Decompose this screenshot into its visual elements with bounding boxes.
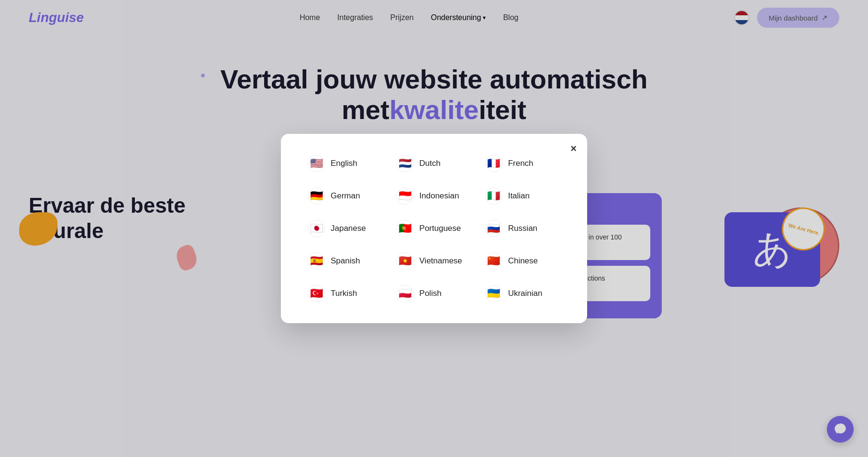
language-item-indonesian[interactable]: 🇮🇩Indonesian bbox=[393, 185, 474, 207]
flag-italian: 🇮🇹 bbox=[485, 187, 502, 205]
flag-english: 🇺🇸 bbox=[308, 155, 325, 172]
language-item-polish[interactable]: 🇵🇱Polish bbox=[393, 283, 474, 304]
language-name-russian: Russian bbox=[508, 224, 537, 233]
flag-chinese: 🇨🇳 bbox=[485, 252, 502, 270]
language-name-ukrainian: Ukrainian bbox=[508, 289, 543, 298]
flag-turkish: 🇹🇷 bbox=[308, 285, 325, 302]
language-item-dutch[interactable]: 🇳🇱Dutch bbox=[393, 153, 474, 174]
language-item-portuguese[interactable]: 🇵🇹Portuguese bbox=[393, 218, 474, 239]
language-item-japanese[interactable]: 🇯🇵Japanese bbox=[305, 218, 386, 239]
language-name-turkish: Turkish bbox=[331, 289, 357, 298]
flag-dutch: 🇳🇱 bbox=[396, 155, 413, 172]
flag-polish: 🇵🇱 bbox=[396, 285, 413, 302]
flag-ukrainian: 🇺🇦 bbox=[485, 285, 502, 302]
language-name-polish: Polish bbox=[419, 289, 441, 298]
flag-portuguese: 🇵🇹 bbox=[396, 220, 413, 237]
modal-close-button[interactable]: × bbox=[570, 142, 577, 155]
flag-russian: 🇷🇺 bbox=[485, 220, 502, 237]
language-item-spanish[interactable]: 🇪🇸Spanish bbox=[305, 250, 386, 272]
language-name-spanish: Spanish bbox=[331, 256, 360, 266]
flag-spanish: 🇪🇸 bbox=[308, 252, 325, 270]
language-item-german[interactable]: 🇩🇪German bbox=[305, 185, 386, 207]
flag-indonesian: 🇮🇩 bbox=[396, 187, 413, 205]
language-item-vietnamese[interactable]: 🇻🇳Vietnamese bbox=[393, 250, 474, 272]
flag-german: 🇩🇪 bbox=[308, 187, 325, 205]
language-selector-modal: × 🇺🇸English🇳🇱Dutch🇫🇷French🇩🇪German🇮🇩Indo… bbox=[281, 134, 587, 323]
language-item-ukrainian[interactable]: 🇺🇦Ukrainian bbox=[482, 283, 563, 304]
language-name-dutch: Dutch bbox=[419, 159, 440, 168]
modal-overlay[interactable]: × 🇺🇸English🇳🇱Dutch🇫🇷French🇩🇪German🇮🇩Indo… bbox=[0, 0, 868, 345]
language-item-italian[interactable]: 🇮🇹Italian bbox=[482, 185, 563, 207]
flag-french: 🇫🇷 bbox=[485, 155, 502, 172]
flag-japanese: 🇯🇵 bbox=[308, 220, 325, 237]
language-item-french[interactable]: 🇫🇷French bbox=[482, 153, 563, 174]
language-item-chinese[interactable]: 🇨🇳Chinese bbox=[482, 250, 563, 272]
language-item-english[interactable]: 🇺🇸English bbox=[305, 153, 386, 174]
language-name-english: English bbox=[331, 159, 357, 168]
language-grid: 🇺🇸English🇳🇱Dutch🇫🇷French🇩🇪German🇮🇩Indone… bbox=[305, 153, 563, 304]
language-name-chinese: Chinese bbox=[508, 256, 538, 266]
flag-vietnamese: 🇻🇳 bbox=[396, 252, 413, 270]
language-item-russian[interactable]: 🇷🇺Russian bbox=[482, 218, 563, 239]
language-name-vietnamese: Vietnamese bbox=[419, 256, 462, 266]
language-item-turkish[interactable]: 🇹🇷Turkish bbox=[305, 283, 386, 304]
language-name-portuguese: Portuguese bbox=[419, 224, 461, 233]
language-name-german: German bbox=[331, 191, 360, 201]
language-name-japanese: Japanese bbox=[331, 224, 366, 233]
language-name-french: French bbox=[508, 159, 534, 168]
language-name-indonesian: Indonesian bbox=[419, 191, 459, 201]
language-name-italian: Italian bbox=[508, 191, 530, 201]
